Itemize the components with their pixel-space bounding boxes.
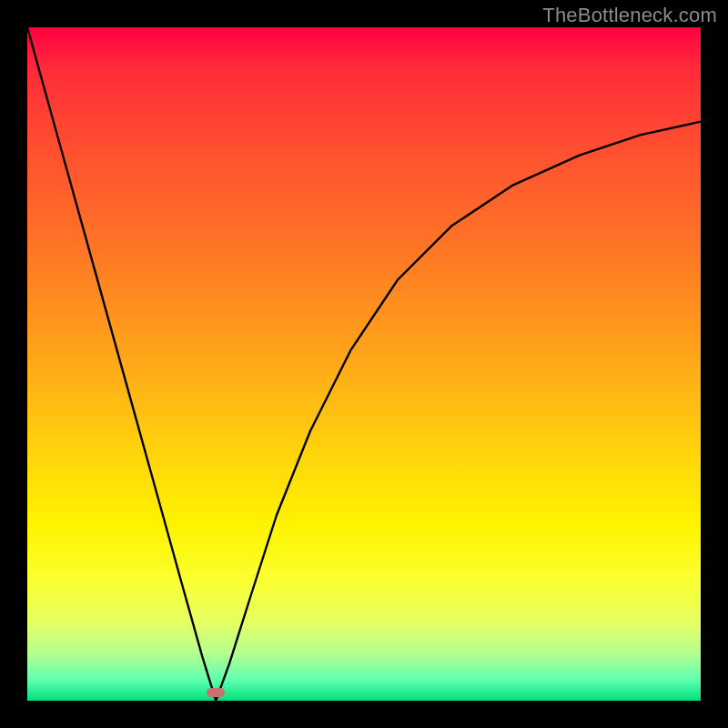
optimum-marker xyxy=(207,688,225,697)
watermark-text: TheBottleneck.com xyxy=(542,4,717,27)
bottleneck-curve xyxy=(27,27,701,701)
plot-area xyxy=(27,27,701,701)
chart-frame: TheBottleneck.com xyxy=(0,0,728,728)
